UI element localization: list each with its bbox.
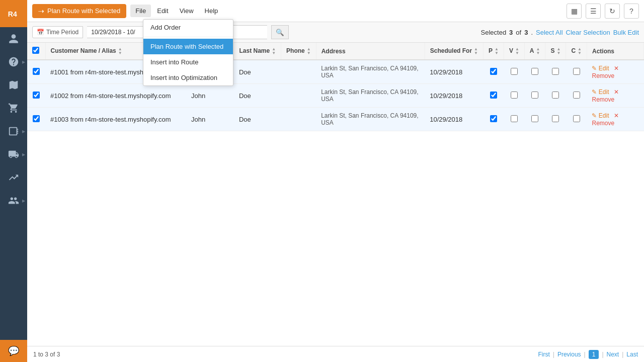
dropdown-item-0[interactable]: Add Order [143,20,233,35]
dropdown-item-1[interactable]: Plan Route with Selected [143,39,233,54]
plan-route-button[interactable]: ⇢ Plan Route with Selected [32,4,126,18]
p-flag-checkbox-0[interactable] [490,68,497,75]
th-s[interactable]: S▲▼ [545,43,566,60]
c-flag-checkbox-2[interactable] [573,115,580,122]
c-flag-cell-0 [566,60,587,84]
sidebar-routes[interactable] [0,73,27,97]
select-all-link[interactable]: Select All [536,29,562,36]
dropdown-item-3[interactable]: Insert into Optimization [143,70,233,85]
th-v[interactable]: V▲▼ [504,43,524,60]
s-flag-checkbox-0[interactable] [552,68,559,75]
pagination-next[interactable]: Next [607,351,619,358]
sidebar-team[interactable] [0,189,27,212]
pagination-first[interactable]: First [538,351,549,358]
pagination-prev[interactable]: Previous [557,351,581,358]
a-flag-checkbox-0[interactable] [531,68,538,75]
range-text: 1 to 3 of 3 [33,351,60,358]
last-name-cell-2: Doe [234,108,281,131]
list-view-button[interactable]: ☰ [586,4,601,19]
sidebar-truck[interactable] [0,143,27,166]
row-checkbox-2[interactable] [33,115,40,122]
sidebar-logo[interactable]: R4 [0,0,27,27]
sidebar-cart[interactable] [0,97,27,120]
sort-arrows-scheduled_for: ▲▼ [474,47,478,55]
sort-arrows-last_name: ▲▼ [272,47,276,55]
c-flag-checkbox-0[interactable] [573,68,580,75]
th-phone[interactable]: Phone▲▼ [281,43,316,60]
selected-text: Selected [481,29,507,36]
th-last_name[interactable]: Last Name▲▼ [234,43,281,60]
select-all-checkbox[interactable] [32,47,39,54]
th-p[interactable]: P▲▼ [483,43,504,60]
v-flag-checkbox-1[interactable] [511,92,518,99]
menu-item-edit[interactable]: Edit [152,5,173,17]
orders-table: Customer Name / Alias▲▼First Name▲▼Last … [27,43,644,131]
search-button[interactable]: 🔍 [271,25,289,39]
refresh-button[interactable]: ↻ [605,4,620,19]
sort-arrows-p: ▲▼ [495,47,499,55]
time-period-label: 📅 Time Period [32,26,83,38]
v-flag-cell-2 [504,108,524,131]
edit-button-2[interactable]: ✎ Edit [592,112,609,119]
last-name-cell-1: Doe [234,84,281,108]
p-flag-cell-1 [483,84,504,108]
grid-view-button[interactable]: ▦ [567,4,582,19]
clear-selection-link[interactable]: Clear Selection [566,29,610,36]
row-checkbox-1[interactable] [33,92,40,99]
sidebar-chart[interactable] [0,166,27,189]
sidebar-users[interactable] [0,27,27,50]
bottom-bar: 1 to 3 of 3 First | Previous | 1 | Next … [27,346,644,362]
a-flag-cell-0 [524,60,545,84]
first-name-cell-2: John [186,108,234,131]
scheduled-for-cell-1: 10/29/2018 [425,84,483,108]
a-flag-cell-2 [524,108,545,131]
dropdown-separator [143,37,233,37]
v-flag-checkbox-0[interactable] [511,68,518,75]
a-flag-cell-1 [524,84,545,108]
last-name-cell-0: Doe [234,60,281,84]
v-flag-checkbox-2[interactable] [511,115,518,122]
row-checkbox-0[interactable] [33,68,40,75]
sort-arrows-phone: ▲▼ [307,47,311,55]
table-row: #1001 from r4m-store-test.myshopify.comJ… [27,60,644,84]
s-flag-cell-0 [545,60,566,84]
c-flag-cell-2 [566,108,587,131]
dot-separator: . [531,29,533,36]
p-flag-cell-2 [483,108,504,131]
menu-item-file[interactable]: File [130,5,151,17]
of-text: of [516,29,521,36]
s-flag-checkbox-1[interactable] [552,92,559,99]
file-dropdown-menu: Add OrderPlan Route with SelectedInsert … [143,19,233,86]
dropdown-item-2[interactable]: Insert into Route [143,54,233,70]
sidebar-bottom: 💬 [0,340,27,362]
first-name-cell-1: John [186,84,234,108]
c-flag-cell-1 [566,84,587,108]
orders-table-container: Customer Name / Alias▲▼First Name▲▼Last … [27,43,644,346]
a-flag-checkbox-1[interactable] [531,92,538,99]
pagination-last[interactable]: Last [626,351,638,358]
s-flag-checkbox-2[interactable] [552,115,559,122]
sort-arrows-a: ▲▼ [536,47,540,55]
v-flag-cell-0 [504,60,524,84]
a-flag-checkbox-2[interactable] [531,115,538,122]
th-c[interactable]: C▲▼ [566,43,587,60]
menu-item-view[interactable]: View [175,5,199,17]
sidebar-analytics[interactable] [0,120,27,143]
menu-item-help[interactable]: Help [200,5,223,17]
customer-name-cell-1: #1002 from r4m-store-test.myshopify.com [45,84,186,108]
help-button[interactable]: ? [624,4,639,19]
p-flag-checkbox-2[interactable] [490,115,497,122]
phone-cell-0 [281,60,316,84]
chat-button[interactable]: 💬 [0,340,27,362]
c-flag-checkbox-1[interactable] [573,92,580,99]
th-a[interactable]: A▲▼ [524,43,545,60]
edit-button-0[interactable]: ✎ Edit [592,65,609,72]
sort-arrows-customer: ▲▼ [118,47,122,55]
edit-button-1[interactable]: ✎ Edit [592,88,609,96]
p-flag-checkbox-1[interactable] [490,92,497,99]
sidebar-help[interactable] [0,50,27,73]
p-flag-cell-0 [483,60,504,84]
bulk-edit-link[interactable]: Bulk Edit [613,29,639,36]
th-scheduled_for[interactable]: Scheduled For▲▼ [425,43,483,60]
main-content: ⇢ Plan Route with Selected FileEditViewH… [27,0,644,362]
